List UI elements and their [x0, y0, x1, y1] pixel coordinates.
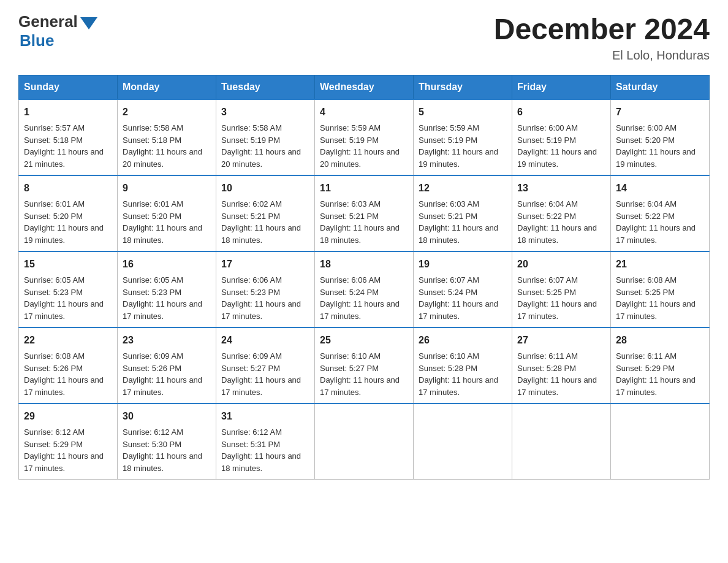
sunrise-text: Sunrise: 6:00 AM [517, 122, 605, 134]
calendar-cell: 19Sunrise: 6:07 AMSunset: 5:24 PMDayligh… [414, 251, 512, 327]
calendar-header-thursday: Thursday [414, 75, 512, 100]
calendar-cell: 6Sunrise: 6:00 AMSunset: 5:19 PMDaylight… [512, 99, 611, 175]
calendar-header-monday: Monday [118, 75, 216, 100]
sunset-text: Sunset: 5:19 PM [221, 134, 309, 147]
sunrise-text: Sunrise: 6:04 AM [517, 198, 605, 210]
calendar-header-wednesday: Wednesday [315, 75, 414, 100]
daylight-text: Daylight: 11 hours and 17 minutes. [320, 374, 408, 398]
daylight-text: Daylight: 11 hours and 17 minutes. [320, 298, 408, 322]
sunrise-text: Sunrise: 6:05 AM [123, 274, 211, 286]
daylight-text: Daylight: 11 hours and 17 minutes. [616, 298, 704, 322]
sunrise-text: Sunrise: 5:58 AM [123, 122, 211, 134]
daylight-text: Daylight: 11 hours and 20 minutes. [123, 146, 211, 170]
day-number: 27 [517, 333, 605, 348]
sunrise-text: Sunrise: 6:12 AM [123, 426, 211, 439]
daylight-text: Daylight: 11 hours and 18 minutes. [221, 450, 309, 474]
day-number: 29 [24, 409, 112, 424]
sunset-text: Sunset: 5:22 PM [616, 210, 704, 223]
sunset-text: Sunset: 5:27 PM [320, 362, 408, 375]
calendar-cell: 5Sunrise: 5:59 AMSunset: 5:19 PMDaylight… [414, 99, 512, 175]
sunset-text: Sunset: 5:19 PM [419, 134, 507, 147]
daylight-text: Daylight: 11 hours and 17 minutes. [221, 374, 309, 398]
sunrise-text: Sunrise: 6:03 AM [320, 198, 408, 210]
calendar-cell: 31Sunrise: 6:12 AMSunset: 5:31 PMDayligh… [216, 404, 315, 480]
daylight-text: Daylight: 11 hours and 18 minutes. [517, 222, 605, 246]
sunrise-text: Sunrise: 6:09 AM [123, 350, 211, 362]
sunset-text: Sunset: 5:23 PM [24, 286, 112, 299]
daylight-text: Daylight: 11 hours and 17 minutes. [419, 298, 507, 322]
calendar-cell: 26Sunrise: 6:10 AMSunset: 5:28 PMDayligh… [414, 327, 512, 404]
calendar-cell: 11Sunrise: 6:03 AMSunset: 5:21 PMDayligh… [315, 175, 414, 251]
day-number: 14 [616, 181, 704, 196]
daylight-text: Daylight: 11 hours and 17 minutes. [517, 298, 605, 322]
daylight-text: Daylight: 11 hours and 17 minutes. [419, 374, 507, 398]
day-number: 2 [123, 105, 211, 120]
day-number: 5 [419, 105, 507, 120]
daylight-text: Daylight: 11 hours and 18 minutes. [123, 450, 211, 474]
logo-arrow-icon [80, 17, 97, 29]
calendar-cell [611, 404, 710, 480]
page-header: General Blue December 2024 El Lolo, Hond… [18, 12, 710, 63]
daylight-text: Daylight: 11 hours and 17 minutes. [123, 298, 211, 322]
logo-general-text: General [18, 12, 78, 31]
day-number: 9 [123, 181, 211, 196]
day-number: 23 [123, 333, 211, 348]
daylight-text: Daylight: 11 hours and 17 minutes. [517, 374, 605, 398]
sunrise-text: Sunrise: 6:05 AM [24, 274, 112, 286]
sunrise-text: Sunrise: 6:01 AM [123, 198, 211, 210]
calendar-cell: 27Sunrise: 6:11 AMSunset: 5:28 PMDayligh… [512, 327, 611, 404]
daylight-text: Daylight: 11 hours and 17 minutes. [24, 298, 112, 322]
calendar-cell: 13Sunrise: 6:04 AMSunset: 5:22 PMDayligh… [512, 175, 611, 251]
daylight-text: Daylight: 11 hours and 17 minutes. [616, 374, 704, 398]
day-number: 25 [320, 333, 408, 348]
sunrise-text: Sunrise: 6:07 AM [419, 274, 507, 286]
sunset-text: Sunset: 5:29 PM [616, 362, 704, 375]
daylight-text: Daylight: 11 hours and 17 minutes. [221, 298, 309, 322]
sunrise-text: Sunrise: 6:08 AM [616, 274, 704, 286]
day-number: 7 [616, 105, 704, 120]
calendar-table: SundayMondayTuesdayWednesdayThursdayFrid… [18, 75, 710, 480]
calendar-cell: 7Sunrise: 6:00 AMSunset: 5:20 PMDaylight… [611, 99, 710, 175]
sunset-text: Sunset: 5:25 PM [616, 286, 704, 299]
sunset-text: Sunset: 5:26 PM [123, 362, 211, 375]
daylight-text: Daylight: 11 hours and 17 minutes. [24, 374, 112, 398]
daylight-text: Daylight: 11 hours and 19 minutes. [419, 146, 507, 170]
day-number: 30 [123, 409, 211, 424]
sunset-text: Sunset: 5:28 PM [419, 362, 507, 375]
sunset-text: Sunset: 5:27 PM [221, 362, 309, 375]
sunrise-text: Sunrise: 6:09 AM [221, 350, 309, 362]
sunset-text: Sunset: 5:21 PM [221, 210, 309, 223]
daylight-text: Daylight: 11 hours and 19 minutes. [517, 146, 605, 170]
sunset-text: Sunset: 5:20 PM [616, 134, 704, 147]
sunset-text: Sunset: 5:24 PM [320, 286, 408, 299]
calendar-header-saturday: Saturday [611, 75, 710, 100]
sunset-text: Sunset: 5:18 PM [123, 134, 211, 147]
daylight-text: Daylight: 11 hours and 18 minutes. [221, 222, 309, 246]
sunrise-text: Sunrise: 6:10 AM [419, 350, 507, 362]
day-number: 10 [221, 181, 309, 196]
calendar-cell: 16Sunrise: 6:05 AMSunset: 5:23 PMDayligh… [118, 251, 216, 327]
sunrise-text: Sunrise: 5:59 AM [419, 122, 507, 134]
calendar-week-row: 1Sunrise: 5:57 AMSunset: 5:18 PMDaylight… [19, 99, 710, 175]
sunrise-text: Sunrise: 6:10 AM [320, 350, 408, 362]
day-number: 20 [517, 257, 605, 272]
day-number: 22 [24, 333, 112, 348]
calendar-cell: 8Sunrise: 6:01 AMSunset: 5:20 PMDaylight… [19, 175, 118, 251]
calendar-cell: 1Sunrise: 5:57 AMSunset: 5:18 PMDaylight… [19, 99, 118, 175]
location-text: El Lolo, Honduras [494, 48, 710, 63]
day-number: 6 [517, 105, 605, 120]
day-number: 28 [616, 333, 704, 348]
sunrise-text: Sunrise: 6:06 AM [320, 274, 408, 286]
day-number: 17 [221, 257, 309, 272]
sunset-text: Sunset: 5:23 PM [123, 286, 211, 299]
calendar-cell: 30Sunrise: 6:12 AMSunset: 5:30 PMDayligh… [118, 404, 216, 480]
calendar-cell: 18Sunrise: 6:06 AMSunset: 5:24 PMDayligh… [315, 251, 414, 327]
calendar-cell: 17Sunrise: 6:06 AMSunset: 5:23 PMDayligh… [216, 251, 315, 327]
calendar-cell [315, 404, 414, 480]
calendar-cell: 4Sunrise: 5:59 AMSunset: 5:19 PMDaylight… [315, 99, 414, 175]
calendar-cell: 12Sunrise: 6:03 AMSunset: 5:21 PMDayligh… [414, 175, 512, 251]
sunset-text: Sunset: 5:24 PM [419, 286, 507, 299]
calendar-cell: 9Sunrise: 6:01 AMSunset: 5:20 PMDaylight… [118, 175, 216, 251]
sunrise-text: Sunrise: 6:00 AM [616, 122, 704, 134]
day-number: 24 [221, 333, 309, 348]
